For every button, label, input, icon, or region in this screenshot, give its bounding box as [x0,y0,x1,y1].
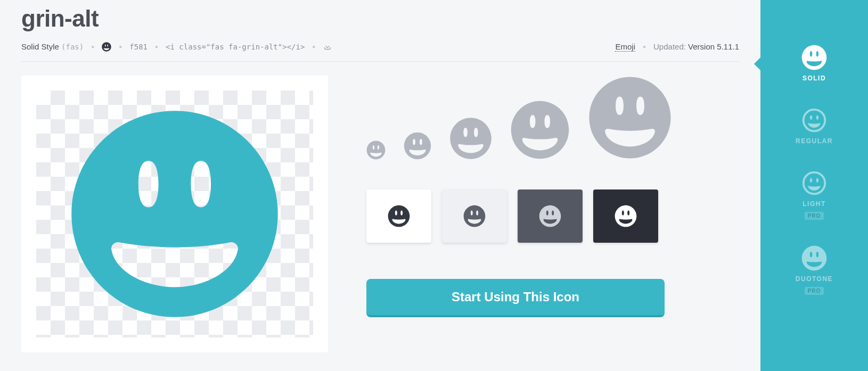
size-scale-row [366,76,665,160]
style-regular[interactable]: REGULAR [796,108,833,145]
background-swatches [366,189,665,243]
separator-dot: ● [312,44,315,50]
size-preview-sm[interactable] [404,132,431,160]
style-label: DUOTONE [796,275,833,283]
style-sidebar: SOLID REGULAR LIGHT PRO DUOTONE PRO [760,0,868,371]
style-label: SOLID [803,75,826,82]
style-light[interactable]: LIGHT PRO [801,170,827,220]
style-label: Solid Style (fas) [21,42,84,51]
pro-badge: PRO [805,287,824,295]
grin-alt-icon [102,42,111,52]
bg-swatch-light[interactable] [442,189,507,243]
icon-preview-panel [21,76,328,352]
style-solid[interactable]: SOLID [801,45,827,82]
download-icon[interactable] [323,42,332,52]
size-preview-md[interactable] [449,117,492,160]
separator-dot: ● [155,44,158,50]
bg-swatch-black[interactable] [593,189,658,243]
separator-dot: ● [119,44,122,50]
style-duotone[interactable]: DUOTONE PRO [796,245,833,295]
page-title: grin-alt [21,5,739,32]
size-preview-xs[interactable] [366,141,386,160]
meta-bar: Solid Style (fas) ● ● f581 ● <i class="f… [21,42,739,62]
unicode-code[interactable]: f581 [129,43,148,51]
category-link[interactable]: Emoji [615,42,635,52]
style-label: REGULAR [796,137,833,145]
updated-text: Updated: Version 5.11.1 [653,42,739,51]
bg-swatch-white[interactable] [366,189,431,243]
bg-swatch-dark[interactable] [518,189,583,243]
separator-dot: ● [91,44,94,50]
code-snippet[interactable]: <i class="fas fa-grin-alt"></i> [166,43,305,51]
size-preview-xl[interactable] [588,76,672,160]
grin-alt-icon [68,108,281,320]
pro-badge: PRO [805,212,824,220]
style-label: LIGHT [803,200,826,208]
start-using-button[interactable]: Start Using This Icon [366,279,665,317]
size-preview-lg[interactable] [510,100,570,160]
separator-dot: ● [643,44,646,50]
